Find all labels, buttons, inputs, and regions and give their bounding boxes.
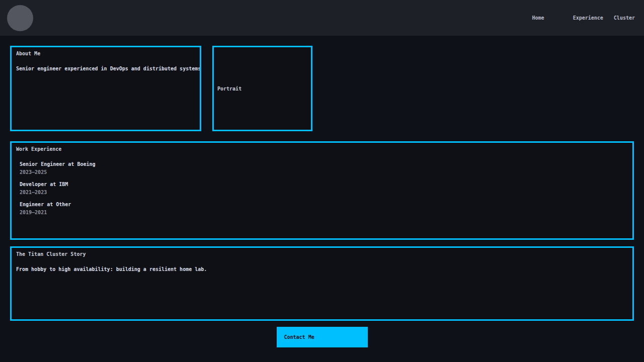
work-item: Developer at IBM 2021–2023 <box>20 182 628 195</box>
top-row: About Me Senior engineer experienced in … <box>10 46 634 131</box>
work-item-period: 2019–2021 <box>20 210 628 215</box>
work-experience-title: Work Experience <box>16 146 628 152</box>
nav-links: Home Experience Cluster <box>532 15 635 21</box>
contact-me-button[interactable]: Contact Me <box>277 327 368 347</box>
nav-link-experience[interactable]: Experience <box>573 15 603 21</box>
work-experience-card: Work Experience Senior Engineer at Boein… <box>10 141 634 240</box>
cluster-story-card: The Titan Cluster Story From hobby to hi… <box>10 246 634 321</box>
portrait-card: Portrait <box>212 46 312 131</box>
portrait-placeholder-label: Portrait <box>217 86 242 92</box>
work-item-period: 2021–2023 <box>20 190 628 195</box>
navbar: Home Experience Cluster <box>0 0 644 36</box>
work-item-role: Engineer at Other <box>20 202 628 207</box>
work-item: Engineer at Other 2019–2021 <box>20 202 628 215</box>
about-card: About Me Senior engineer experienced in … <box>10 46 201 131</box>
work-experience-list: Senior Engineer at Boeing 2023–2025 Deve… <box>20 161 628 215</box>
about-body: Senior engineer experienced in DevOps an… <box>16 66 195 71</box>
work-item-period: 2023–2025 <box>20 169 628 175</box>
main-content: About Me Senior engineer experienced in … <box>0 36 644 357</box>
work-item-role: Developer at IBM <box>20 182 628 187</box>
nav-link-home[interactable]: Home <box>532 15 544 21</box>
nav-link-cluster[interactable]: Cluster <box>614 15 635 21</box>
work-item: Senior Engineer at Boeing 2023–2025 <box>20 161 628 175</box>
cluster-story-title: The Titan Cluster Story <box>16 251 628 257</box>
contact-row: Contact Me <box>10 327 634 347</box>
avatar[interactable] <box>7 5 33 31</box>
about-title: About Me <box>16 51 195 56</box>
cluster-story-body: From hobby to high availability: buildin… <box>16 266 628 272</box>
work-item-role: Senior Engineer at Boeing <box>20 161 628 167</box>
